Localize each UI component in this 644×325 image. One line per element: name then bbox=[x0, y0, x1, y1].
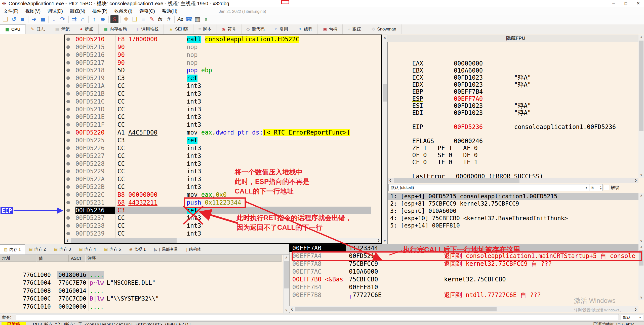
disasm-row[interactable]: 00FD522CB8 00000000mov eax,0x0 bbox=[65, 191, 371, 199]
maximize-button[interactable]: □ bbox=[620, 0, 632, 7]
comment-icon[interactable]: ❑ bbox=[131, 15, 139, 23]
disasm-row[interactable]: 00FD52185Dpop ebp bbox=[65, 67, 371, 74]
register-row[interactable]: EAX00000000 bbox=[390, 53, 637, 60]
dump-column-header[interactable]: 注释 bbox=[85, 255, 281, 262]
disasm-row[interactable]: 00FD522BCCint3 bbox=[65, 183, 371, 191]
disasm-row[interactable]: 00FD5228CCint3 bbox=[65, 160, 371, 168]
breakpoint-dot-icon[interactable] bbox=[66, 115, 70, 119]
separator[interactable] bbox=[48, 16, 49, 23]
spin-down-icon[interactable]: ▼ bbox=[600, 188, 602, 190]
breakpoint-dot-icon[interactable] bbox=[66, 216, 70, 220]
scroll-right-icon[interactable]: ❯ bbox=[633, 306, 638, 312]
hash-icon[interactable]: # bbox=[165, 15, 173, 23]
scroll-down-icon[interactable]: ∨ bbox=[382, 238, 388, 244]
close-button[interactable]: ✕ bbox=[632, 0, 644, 7]
stop-icon[interactable]: ■ bbox=[18, 15, 26, 23]
view-tab[interactable]: ≡脚本 bbox=[193, 24, 217, 34]
dump-tab[interactable]: ▤内存 4 bbox=[75, 244, 100, 254]
disasm-row[interactable]: 00FD521790nop bbox=[65, 59, 371, 67]
disasm-row[interactable]: 00FD5225C3ret bbox=[65, 137, 371, 144]
args-vertical-scrollbar[interactable]: ∧ ∨ bbox=[638, 193, 644, 244]
menu-item[interactable]: 帮助(H) bbox=[158, 7, 181, 15]
scroll-left-icon[interactable]: ❮ bbox=[388, 178, 393, 183]
view-tab[interactable]: ○引用 bbox=[270, 24, 293, 34]
breakpoint-dot-icon[interactable] bbox=[66, 100, 70, 103]
scrollbar-thumb[interactable] bbox=[639, 250, 643, 266]
breakpoint-dot-icon[interactable] bbox=[66, 232, 70, 235]
stack-arg-row[interactable]: 5: [esp+14] 00EFF810 bbox=[388, 222, 638, 229]
minimize-button[interactable]: – bbox=[608, 0, 620, 7]
step-into-icon[interactable]: ↓ bbox=[50, 15, 58, 23]
disasm-vertical-scrollbar[interactable]: ∧ ∨ bbox=[382, 35, 387, 244]
breakpoint-dot-icon[interactable] bbox=[66, 185, 70, 189]
breakpoint-dot-icon[interactable] bbox=[66, 193, 70, 197]
scroll-up-icon[interactable]: ∧ bbox=[284, 255, 289, 260]
register-row[interactable]: EIP00FD5236consoleapplication1.00FD5236 bbox=[390, 116, 637, 123]
dump-tab[interactable]: |x=|局部变量 bbox=[150, 244, 182, 254]
dump-tab[interactable]: ▤内存 5 bbox=[100, 244, 125, 254]
menu-item[interactable]: 插件(P) bbox=[89, 7, 111, 15]
scroll-up-icon[interactable]: ∧ bbox=[638, 244, 644, 250]
spin-up-icon[interactable]: ▲ bbox=[600, 185, 602, 188]
view-tab[interactable]: ▯调用堆栈 bbox=[132, 24, 164, 34]
scroll-left-icon[interactable]: ❮ bbox=[65, 238, 70, 243]
stack-arg-row[interactable]: 4: [esp+10] 75CBFCB0 <kernel32.BaseThrea… bbox=[388, 215, 638, 222]
menu-item[interactable]: 视图(V) bbox=[22, 7, 44, 15]
separator[interactable] bbox=[68, 16, 69, 23]
function-fx-icon[interactable]: fx bbox=[156, 15, 164, 23]
view-tab[interactable]: ▤笔记 bbox=[50, 24, 75, 34]
disasm-row[interactable]: 00FD521690nop bbox=[65, 51, 371, 59]
separator[interactable] bbox=[88, 16, 89, 23]
menu-item[interactable]: 跟踪(N) bbox=[66, 7, 89, 15]
dump-tab[interactable]: ▤内存 1 bbox=[0, 244, 25, 254]
restart-icon[interactable]: ↺ bbox=[10, 15, 18, 23]
breakpoint-dot-icon[interactable] bbox=[66, 84, 70, 88]
view-tab[interactable]: ●断点 bbox=[75, 24, 98, 34]
breakpoint-dot-icon[interactable] bbox=[66, 76, 70, 80]
scroll-up-icon[interactable]: ∧ bbox=[382, 35, 388, 40]
calling-convention-dropdown[interactable]: 默认 (stdcall) ▼ bbox=[388, 184, 590, 191]
view-tab[interactable]: ∴跟踪 bbox=[343, 24, 366, 34]
scroll-left-icon[interactable]: ❮ bbox=[289, 306, 295, 312]
scroll-right-icon[interactable]: ❯ bbox=[633, 178, 638, 183]
dump-tab[interactable]: ▤内存 3 bbox=[50, 244, 75, 254]
breakpoint-dot-icon[interactable] bbox=[66, 177, 70, 181]
register-vertical-scrollbar[interactable]: ∧ ∨ bbox=[638, 35, 644, 178]
register-row[interactable]: EFLAGS00000246 bbox=[390, 131, 637, 138]
stack-vertical-scrollbar[interactable]: ∧ ∨ bbox=[638, 244, 644, 300]
open-file-icon[interactable]: ❏ bbox=[1, 15, 9, 23]
scrollbar-thumb[interactable] bbox=[394, 178, 519, 183]
register-horizontal-scrollbar[interactable]: ❮ ❯ bbox=[388, 178, 638, 183]
stack-row[interactable]: 00EFF7B0 <&Bas75CBFCB0kernel32.75CBFCB0 bbox=[289, 276, 638, 283]
disasm-row[interactable]: 00FD521BCCint3 bbox=[65, 90, 371, 98]
view-tab[interactable]: ☃Snowman bbox=[366, 24, 401, 34]
scrollbar-thumb[interactable] bbox=[295, 307, 497, 311]
scrollbar-thumb[interactable] bbox=[639, 41, 643, 131]
highlight-icon[interactable]: ✎ bbox=[148, 15, 156, 23]
view-tab[interactable]: ▲SEH链 bbox=[164, 24, 193, 34]
breakpoint-dot-icon[interactable] bbox=[66, 146, 70, 150]
separator[interactable] bbox=[28, 16, 28, 23]
run-icon[interactable]: ➜ bbox=[30, 15, 38, 23]
view-tab[interactable]: ◇源代码 bbox=[242, 24, 270, 34]
dump-column-header[interactable]: ASCI bbox=[69, 255, 85, 262]
dump-column-header[interactable]: 值 bbox=[36, 255, 69, 262]
breakpoint-dot-icon[interactable] bbox=[66, 209, 70, 212]
scroll-up-icon[interactable]: ∧ bbox=[638, 35, 644, 40]
disasm-row[interactable]: 00FD5219C3ret bbox=[65, 74, 371, 82]
breakpoint-dot-icon[interactable] bbox=[66, 162, 70, 166]
view-tab[interactable]: ✎日志 bbox=[26, 24, 50, 34]
scroll-down-icon[interactable]: ∨ bbox=[284, 308, 289, 313]
animate-into-icon[interactable]: ☻ bbox=[99, 15, 107, 23]
breakpoint-dot-icon[interactable] bbox=[66, 61, 70, 64]
arg-count-stepper[interactable]: 5 ▲ ▼ bbox=[589, 184, 603, 191]
globe-icon[interactable]: ♁ bbox=[202, 15, 210, 23]
scroll-up-icon[interactable]: ∧ bbox=[638, 193, 644, 198]
disasm-row[interactable]: 00FD523168 44332211push 0x11223344 bbox=[65, 199, 371, 207]
menu-item[interactable]: 选项(O) bbox=[136, 7, 158, 15]
breakpoint-dot-icon[interactable] bbox=[66, 45, 70, 49]
register-row[interactable]: LastError 00000000 (ERROR_SUCCESS) bbox=[390, 166, 637, 173]
dump-tab[interactable]: ▤内存 2 bbox=[25, 244, 50, 254]
unlock-checkbox[interactable] bbox=[604, 185, 609, 190]
scrollbar-thumb[interactable] bbox=[284, 261, 289, 288]
